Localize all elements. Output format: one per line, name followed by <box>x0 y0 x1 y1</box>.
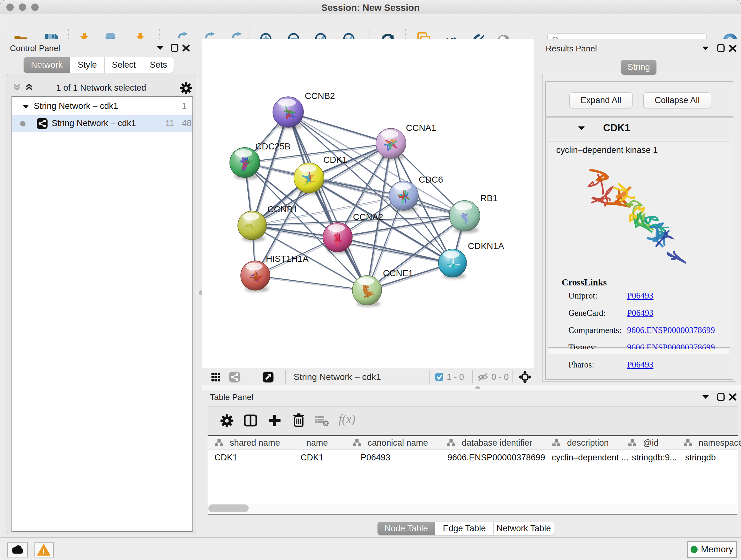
panel-float-icon[interactable] <box>717 44 725 54</box>
horizontal-splitter[interactable] <box>202 385 741 390</box>
crosslink-value[interactable]: P06493 <box>627 308 654 318</box>
node-label: HIST1H1A <box>266 254 309 264</box>
table-hscrollbar[interactable] <box>208 503 738 514</box>
table-cell[interactable]: P06493 <box>360 453 390 462</box>
panel-menu-icon[interactable] <box>702 394 710 401</box>
expand-all-button[interactable]: Expand All <box>569 92 632 108</box>
column-tree-icon[interactable] <box>684 439 692 448</box>
tab-network[interactable]: Network <box>23 57 70 73</box>
column-tree-icon[interactable] <box>552 439 560 448</box>
open-in-window-icon[interactable] <box>262 371 274 384</box>
table-gear-icon[interactable] <box>220 414 234 429</box>
table-cell[interactable]: stringdb:9... <box>632 453 677 462</box>
panel-close-icon[interactable] <box>182 44 190 54</box>
node-label: CDKN1A <box>468 241 504 251</box>
memory-label: Memory <box>701 544 733 555</box>
panel-menu-icon[interactable] <box>702 45 710 53</box>
entry-title: CDK1 <box>603 122 630 134</box>
column-header[interactable]: namespace <box>698 438 741 448</box>
column-header[interactable]: canonical name <box>367 438 428 448</box>
scrollbar-thumb[interactable] <box>208 504 249 512</box>
crosslink-label: Uniprot: <box>568 291 598 300</box>
column-tree-icon[interactable] <box>447 439 455 448</box>
network-node[interactable] <box>238 211 266 241</box>
cloud-status-button[interactable] <box>7 543 28 557</box>
tab-select[interactable]: Select <box>105 57 143 73</box>
table-add-icon[interactable] <box>267 413 282 429</box>
panel-float-icon[interactable] <box>171 44 179 54</box>
crosslink-value[interactable]: P06493 <box>627 360 654 370</box>
results-footer-strip <box>548 349 729 354</box>
panel-float-icon[interactable] <box>717 392 725 402</box>
collapse-all-button[interactable]: Collapse All <box>643 92 711 108</box>
selected-checkbox-icon[interactable] <box>435 373 444 382</box>
column-header[interactable]: description <box>567 438 609 448</box>
tab-sets[interactable]: Sets <box>143 57 174 73</box>
column-header[interactable]: name <box>307 438 328 448</box>
hidden-eye-icon[interactable] <box>477 372 488 383</box>
table-columns-icon[interactable] <box>243 413 258 429</box>
table-cell[interactable]: cyclin–dependent ... <box>552 453 628 462</box>
toolbar-separator <box>513 370 513 383</box>
string-share-icon[interactable] <box>229 371 240 384</box>
memory-button[interactable]: Memory <box>687 541 737 558</box>
splitter-handle[interactable] <box>475 386 480 389</box>
crosslink-value[interactable]: 9606.ENSP00000378699 <box>627 325 715 335</box>
table-cell[interactable]: 9606.ENSP00000378699 <box>448 453 545 462</box>
table-cell[interactable]: stringdb <box>685 453 716 462</box>
collection-label: String Network – cdk1 <box>34 101 118 111</box>
result-entry-header[interactable]: CDK1 <box>546 118 733 140</box>
column-tree-icon[interactable] <box>215 439 223 448</box>
panel-close-icon[interactable] <box>729 392 737 402</box>
pan-crosshair-icon[interactable] <box>518 370 532 385</box>
protein-structure-image <box>583 161 695 275</box>
results-buttons-box: Expand All Collapse All <box>545 81 733 117</box>
column-header[interactable]: shared name <box>230 438 280 448</box>
table-delete-icon[interactable] <box>291 413 306 428</box>
table-fx-icon[interactable]: f(x) <box>339 412 355 426</box>
column-tree-icon[interactable] <box>353 439 361 448</box>
tab-edge-table[interactable]: Edge Table <box>435 522 494 535</box>
tab-network-table[interactable]: Network Table <box>494 522 554 535</box>
tab-style[interactable]: Style <box>70 57 105 73</box>
column-header[interactable]: @id <box>643 438 658 448</box>
network-node[interactable] <box>352 275 382 307</box>
network-options-gear-icon[interactable] <box>180 82 192 96</box>
network-node[interactable] <box>241 261 270 292</box>
network-view-toolbar: String Network – cdk1 1 - 0 0 - 0 <box>202 368 534 385</box>
warning-status-button[interactable]: ! <box>35 543 54 557</box>
panel-menu-icon[interactable] <box>156 45 164 52</box>
column-header[interactable]: database identifier <box>462 438 532 448</box>
panel-close-icon[interactable] <box>729 44 737 54</box>
node-label: CDC6 <box>419 175 443 185</box>
table-cell[interactable]: CDK1 <box>214 453 238 462</box>
collection-count: 1 <box>182 101 187 111</box>
network-node[interactable] <box>230 147 260 179</box>
window-title: Session: New Session <box>0 3 741 13</box>
table-delete-table-icon[interactable] <box>314 415 329 428</box>
results-tab-string[interactable]: String <box>621 60 657 75</box>
table-cell[interactable]: CDK1 <box>300 453 324 462</box>
network-row-selected[interactable]: String Network – cdk1 11 48 <box>12 115 192 132</box>
network-node[interactable] <box>376 128 406 160</box>
crosslink-value[interactable]: P06493 <box>627 291 654 301</box>
network-node[interactable] <box>389 181 418 212</box>
memory-status-dot <box>690 546 697 553</box>
node-label: CDK1 <box>323 155 347 165</box>
tree-expander-icon[interactable] <box>22 104 29 111</box>
entry-expander-icon[interactable] <box>578 125 585 133</box>
network-node[interactable] <box>439 249 467 279</box>
birdseye-grid-icon[interactable] <box>210 371 221 384</box>
node-label: CCNB1 <box>267 204 298 214</box>
network-view[interactable]: CCNB2CCNA1CDC25BCDK1CDC6RB1CCNB1CCNA2CDK… <box>202 39 534 368</box>
network-label: String Network – cdk1 <box>52 118 136 128</box>
network-node[interactable] <box>449 200 480 233</box>
crosslink-label: GeneCard: <box>568 308 606 318</box>
tab-node-table[interactable]: Node Table <box>378 522 435 535</box>
splitter-handle[interactable] <box>199 290 202 295</box>
entry-content: cyclin–dependent kinase 1 CrossLinks Uni… <box>548 141 730 348</box>
network-collection-row[interactable]: String Network – cdk1 1 <box>12 99 192 115</box>
column-tree-icon[interactable] <box>628 439 636 448</box>
network-view-title: String Network – cdk1 <box>293 372 381 382</box>
crosslink-label: Pharos: <box>568 360 594 369</box>
